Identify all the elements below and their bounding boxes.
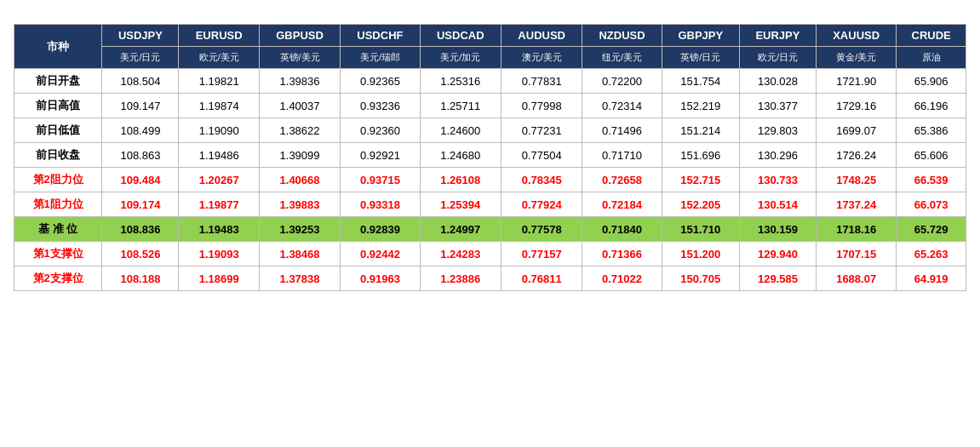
- cell-r2-c0: 108.499: [102, 118, 179, 143]
- col-header-code-eurusd: EURUSD: [179, 25, 259, 47]
- table-row: 前日开盘108.5041.198211.398360.923651.253160…: [14, 69, 966, 94]
- cell-r8-c9: 1688.07: [816, 266, 896, 291]
- cell-r4-c2: 1.40668: [259, 168, 340, 192]
- row-label-8: 第2支撑位: [14, 266, 102, 291]
- cell-r0-c3: 0.92365: [341, 69, 420, 94]
- col-header-sub-xauusd: 黄金/美元: [816, 47, 896, 69]
- table-row: 第1支撑位108.5261.190931.384680.924421.24283…: [14, 242, 966, 266]
- col-header-sub-crude: 原油: [897, 47, 966, 69]
- data-table: 市种USDJPYEURUSDGBPUSDUSDCHFUSDCADAUDUSDNZ…: [14, 24, 966, 291]
- cell-r7-c9: 1707.15: [816, 242, 896, 266]
- cell-r5-c4: 1.25394: [420, 192, 501, 217]
- cell-r0-c6: 0.72200: [582, 69, 662, 94]
- cell-r5-c8: 130.514: [739, 192, 816, 217]
- cell-r6-c4: 1.24997: [420, 217, 501, 242]
- cell-r1-c9: 1729.16: [816, 94, 896, 118]
- cell-r5-c0: 109.174: [102, 192, 179, 217]
- row-label-3: 前日收盘: [14, 143, 102, 168]
- cell-r7-c8: 129.940: [739, 242, 816, 266]
- cell-r1-c1: 1.19874: [179, 94, 259, 118]
- cell-r1-c10: 66.196: [897, 94, 966, 118]
- cell-r8-c1: 1.18699: [179, 266, 259, 291]
- table-row: 前日低值108.4991.190901.386220.923601.246000…: [14, 118, 966, 143]
- col-header-sub-eurjpy: 欧元/日元: [739, 47, 816, 69]
- cell-r8-c4: 1.23886: [420, 266, 501, 291]
- cell-r3-c10: 65.606: [897, 143, 966, 168]
- cell-r7-c2: 1.38468: [259, 242, 340, 266]
- cell-r3-c9: 1726.24: [816, 143, 896, 168]
- cell-r5-c1: 1.19877: [179, 192, 259, 217]
- cell-r5-c5: 0.77924: [501, 192, 582, 217]
- cell-r4-c1: 1.20267: [179, 168, 259, 192]
- cell-r8-c5: 0.76811: [501, 266, 582, 291]
- cell-r7-c5: 0.77157: [501, 242, 582, 266]
- cell-r3-c1: 1.19486: [179, 143, 259, 168]
- cell-r8-c2: 1.37838: [259, 266, 340, 291]
- cell-r7-c4: 1.24283: [420, 242, 501, 266]
- cell-r1-c7: 152.219: [662, 94, 739, 118]
- cell-r0-c4: 1.25316: [420, 69, 501, 94]
- row-label-0: 前日开盘: [14, 69, 102, 94]
- cell-r2-c1: 1.19090: [179, 118, 259, 143]
- cell-r8-c6: 0.71022: [582, 266, 662, 291]
- cell-r0-c7: 151.754: [662, 69, 739, 94]
- cell-r4-c5: 0.78345: [501, 168, 582, 192]
- col-header-sub-eurusd: 欧元/美元: [179, 47, 259, 69]
- header-row-subs: 美元/日元欧元/美元英镑/美元美元/瑞郎美元/加元澳元/美元纽元/美元英镑/日元…: [14, 47, 966, 69]
- cell-r0-c10: 65.906: [897, 69, 966, 94]
- cell-r6-c6: 0.71840: [582, 217, 662, 242]
- cell-r4-c3: 0.93715: [341, 168, 420, 192]
- cell-r3-c6: 0.71710: [582, 143, 662, 168]
- cell-r1-c2: 1.40037: [259, 94, 340, 118]
- row-label-6: 基 准 位: [14, 217, 102, 242]
- cell-r6-c8: 130.159: [739, 217, 816, 242]
- col-header-code-eurjpy: EURJPY: [739, 25, 816, 47]
- cell-r8-c7: 150.705: [662, 266, 739, 291]
- col-header-code-usdchf: USDCHF: [341, 25, 420, 47]
- cell-r6-c2: 1.39253: [259, 217, 340, 242]
- cell-r6-c5: 0.77578: [501, 217, 582, 242]
- cell-r3-c4: 1.24680: [420, 143, 501, 168]
- col-header-sub-usdcad: 美元/加元: [420, 47, 501, 69]
- cell-r6-c10: 65.729: [897, 217, 966, 242]
- cell-r6-c0: 108.836: [102, 217, 179, 242]
- row-label-1: 前日高值: [14, 94, 102, 118]
- cell-r3-c8: 130.296: [739, 143, 816, 168]
- cell-r7-c6: 0.71366: [582, 242, 662, 266]
- cell-r4-c8: 130.733: [739, 168, 816, 192]
- cell-r4-c6: 0.72658: [582, 168, 662, 192]
- col-header-code-gbpusd: GBPUSD: [259, 25, 340, 47]
- cell-r6-c3: 0.92839: [341, 217, 420, 242]
- cell-r7-c3: 0.92442: [341, 242, 420, 266]
- table-row: 前日收盘108.8631.194861.390990.929211.246800…: [14, 143, 966, 168]
- table-row: 第2阻力位109.4841.202671.406680.937151.26108…: [14, 168, 966, 192]
- row-label-2: 前日低值: [14, 118, 102, 143]
- cell-r1-c8: 130.377: [739, 94, 816, 118]
- row-label-5: 第1阻力位: [14, 192, 102, 217]
- col-header-code-usdcad: USDCAD: [420, 25, 501, 47]
- cell-r2-c10: 65.386: [897, 118, 966, 143]
- cell-r7-c7: 151.200: [662, 242, 739, 266]
- cell-r0-c1: 1.19821: [179, 69, 259, 94]
- cell-r6-c1: 1.19483: [179, 217, 259, 242]
- cell-r7-c1: 1.19093: [179, 242, 259, 266]
- cell-r5-c2: 1.39883: [259, 192, 340, 217]
- col-header-code-gbpjpy: GBPJPY: [662, 25, 739, 47]
- cell-r1-c3: 0.93236: [341, 94, 420, 118]
- cell-r0-c5: 0.77831: [501, 69, 582, 94]
- cell-r0-c9: 1721.90: [816, 69, 896, 94]
- cell-r6-c7: 151.710: [662, 217, 739, 242]
- cell-r7-c0: 108.526: [102, 242, 179, 266]
- cell-r1-c4: 1.25711: [420, 94, 501, 118]
- col-header-code-xauusd: XAUUSD: [816, 25, 896, 47]
- cell-r0-c8: 130.028: [739, 69, 816, 94]
- cell-r2-c5: 0.77231: [501, 118, 582, 143]
- cell-r0-c2: 1.39836: [259, 69, 340, 94]
- table-row: 第2支撑位108.1881.186991.378380.919631.23886…: [14, 266, 966, 291]
- cell-r4-c10: 66.539: [897, 168, 966, 192]
- cell-r5-c7: 152.205: [662, 192, 739, 217]
- row-label-4: 第2阻力位: [14, 168, 102, 192]
- table-row: 前日高值109.1471.198741.400370.932361.257110…: [14, 94, 966, 118]
- table-row: 第1阻力位109.1741.198771.398830.933181.25394…: [14, 192, 966, 217]
- col-header-code-nzdusd: NZDUSD: [582, 25, 662, 47]
